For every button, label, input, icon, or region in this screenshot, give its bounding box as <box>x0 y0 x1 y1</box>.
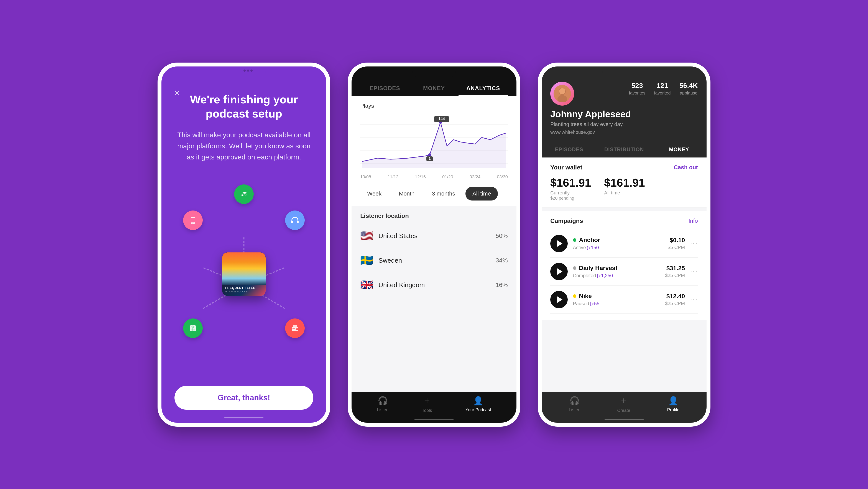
radio-platform-icon <box>285 318 305 338</box>
filter-month[interactable]: Month <box>392 187 422 201</box>
campaign-info-anchor: Anchor Active ▷150 <box>573 236 662 251</box>
play-button-anchor[interactable] <box>550 235 568 252</box>
status-dot-yellow <box>573 294 576 298</box>
anchor-count: ▷150 <box>587 245 599 250</box>
phone-1-content: × We're finishing your podcast setup Thi… <box>161 66 327 423</box>
date-label: 01/20 <box>442 174 453 179</box>
tab-money[interactable]: MONEY <box>409 81 459 96</box>
phone-2-notch <box>412 66 456 77</box>
campaign-status-nike: Paused ▷55 <box>573 301 660 307</box>
podcast-cover-sub: A TRAVEL PODCAST <box>225 290 262 293</box>
listener-location-section: Listener location 🇺🇸 United States 50% 🇸… <box>351 206 517 304</box>
amount-val-daily-harvest: $31.25 <box>665 265 685 272</box>
profile-url[interactable]: www.whitehouse.gov <box>550 130 698 135</box>
more-options-nike[interactable]: ··· <box>690 295 698 304</box>
campaign-name-daily-harvest: Daily Harvest <box>579 265 617 271</box>
home-indicator <box>414 419 454 420</box>
more-options-daily-harvest[interactable]: ··· <box>690 267 698 276</box>
profile-bio: Planting trees all day every day. <box>550 121 698 127</box>
phone-2-screen: EPISODES MONEY ANALYTICS Plays <box>351 66 517 423</box>
spotify-icon <box>234 184 254 204</box>
svg-rect-7 <box>191 218 195 223</box>
status-dot-green <box>573 238 576 242</box>
svg-rect-9 <box>291 221 293 223</box>
avatar <box>550 82 574 106</box>
campaigns-header: Campaigns Info <box>550 218 698 224</box>
campaign-name-row: Daily Harvest <box>573 265 660 271</box>
tab-episodes[interactable]: EPISODES <box>541 142 596 157</box>
status-dot <box>250 69 253 72</box>
status-dot-gray <box>573 266 576 270</box>
cpm-anchor: $5 CPM <box>668 244 685 250</box>
play-button-daily-harvest[interactable] <box>550 263 568 280</box>
play-icon <box>557 268 562 275</box>
wallet-header: Your wallet Cash out <box>550 164 698 171</box>
tab-episodes[interactable]: EPISODES <box>360 81 409 96</box>
profile-name: Johnny Appleseed <box>550 109 698 119</box>
home-indicator <box>224 417 264 419</box>
svg-marker-23 <box>362 122 506 168</box>
cashout-button[interactable]: Cash out <box>674 164 698 171</box>
campaign-name-row: Nike <box>573 293 660 299</box>
tab-analytics[interactable]: ANALYTICS <box>459 81 508 96</box>
info-button[interactable]: Info <box>688 218 698 224</box>
campaign-status-anchor: Active ▷150 <box>573 245 662 251</box>
filter-week[interactable]: Week <box>360 187 389 201</box>
campaign-info-nike: Nike Paused ▷55 <box>573 293 660 307</box>
nav-create[interactable]: + Create <box>617 395 630 413</box>
campaign-row-nike: Nike Paused ▷55 $12.40 $25 CPM ··· <box>550 286 698 314</box>
current-amount: $161.91 <box>550 176 591 189</box>
stat-favorites-label: favorites <box>629 91 645 95</box>
country-name-us: United States <box>378 232 490 240</box>
stat-applause-label: applause <box>679 91 698 95</box>
phone-1-notch <box>222 66 266 77</box>
amount-val-anchor: $0.10 <box>668 237 685 244</box>
svg-text:1: 1 <box>429 156 431 160</box>
profile-row: 523 favorites 121 favorited 56.4K applau… <box>550 82 698 106</box>
listen-label: Listen <box>377 407 389 412</box>
status-dot <box>247 69 249 72</box>
home-indicator <box>604 419 644 420</box>
bottom-nav: 🎧 Listen + Create 👤 Profile <box>541 392 707 423</box>
listen-icon: 🎧 <box>378 396 388 406</box>
great-thanks-button[interactable]: Great, thanks! <box>175 386 313 410</box>
listen-icon: 🎧 <box>569 396 580 406</box>
nav-listen[interactable]: 🎧 Listen <box>569 396 580 412</box>
phone-3-screen: 523 favorites 121 favorited 56.4K applau… <box>541 66 707 423</box>
tab-distribution[interactable]: DISTRIBUTION <box>596 142 651 157</box>
pct-se: 34% <box>496 257 508 264</box>
play-button-nike[interactable] <box>550 291 568 308</box>
stat-favorites-num: 523 <box>629 82 645 90</box>
play-icon <box>557 296 562 303</box>
svg-point-8 <box>192 223 193 224</box>
listen-label: Listen <box>569 407 580 412</box>
stat-applause: 56.4K applause <box>679 82 698 95</box>
date-label: 02/24 <box>470 174 480 179</box>
chart-svg: 144 1 <box>360 111 508 172</box>
podcast-cover-bg <box>222 253 266 285</box>
campaign-status-daily-harvest: Completed ▷1,250 <box>573 273 660 279</box>
filter-alltime[interactable]: All time <box>465 187 498 201</box>
nav-listen[interactable]: 🎧 Listen <box>377 396 389 412</box>
nav-tools[interactable]: + Tools <box>422 395 432 413</box>
current-amount-block: $161.91 Currently $20 pending <box>550 176 591 201</box>
campaign-row-daily-harvest: Daily Harvest Completed ▷1,250 $31.25 $2… <box>550 258 698 286</box>
nav-your-podcast[interactable]: 👤 Your Podcast <box>465 396 491 412</box>
podcast-icon: 👤 <box>473 396 483 406</box>
plays-chart: 144 1 <box>360 111 508 172</box>
chart-label: Plays <box>360 103 508 109</box>
profile-icon: 👤 <box>668 396 678 406</box>
country-name-se: Sweden <box>378 257 490 264</box>
status-bar-dots <box>244 69 253 72</box>
filter-3months[interactable]: 3 months <box>425 187 462 201</box>
nike-count: ▷55 <box>590 301 599 306</box>
close-button[interactable]: × <box>175 88 180 98</box>
current-label: Currently <box>550 190 591 196</box>
more-options-anchor[interactable]: ··· <box>690 239 698 248</box>
campaign-name-anchor: Anchor <box>579 236 600 243</box>
phone-3: 523 favorites 121 favorited 56.4K applau… <box>538 63 710 427</box>
tab-money[interactable]: MONEY <box>652 142 707 157</box>
date-label: 03/30 <box>497 174 508 179</box>
campaign-amount-daily-harvest: $31.25 $25 CPM <box>665 265 685 278</box>
nav-profile[interactable]: 👤 Profile <box>667 396 679 412</box>
